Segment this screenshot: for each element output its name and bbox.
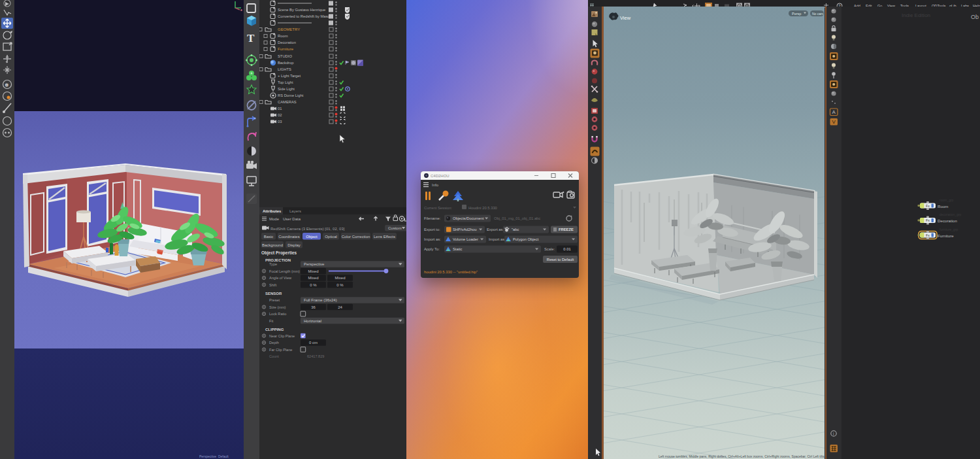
svg-text:Apply To:: Apply To: (424, 247, 440, 251)
svg-text:Reset to Default: Reset to Default (547, 258, 574, 262)
svg-text:V: V (832, 119, 836, 125)
svg-text:Mode: Mode (269, 217, 280, 221)
svg-text:0 cm: 0 cm (309, 341, 318, 345)
svg-text:Full Frame (36x24): Full Frame (36x24) (304, 298, 337, 302)
svg-text:decoration_grp: decoration_grp (939, 212, 962, 216)
svg-text:View: View (620, 15, 631, 21)
svg-text:0.01: 0.01 (563, 247, 570, 251)
svg-text:T: T (247, 32, 255, 44)
svg-text:Persp: Persp (792, 12, 801, 16)
svg-text:A: A (832, 109, 836, 115)
svg-text:01: 01 (278, 107, 282, 110)
svg-text:Room: Room (938, 204, 949, 209)
svg-text:CLIPPING: CLIPPING (265, 328, 284, 332)
svg-text:Objects/Document: Objects/Document (453, 216, 484, 220)
svg-text:Static: Static (453, 247, 463, 251)
svg-text:Converted to Redshift by Mason: Converted to Redshift by Mason (278, 14, 332, 18)
svg-text:Scale:: Scale: (544, 247, 555, 251)
svg-text:Lock Ratio: Lock Ratio (269, 312, 286, 316)
svg-text:Coordinates: Coordinates (278, 235, 299, 239)
svg-text:Side Light: Side Light (278, 87, 295, 91)
svg-text:Decoration: Decoration (278, 41, 296, 44)
svg-text:CAMERAS: CAMERAS (278, 100, 297, 104)
svg-text:Perspective: Perspective (304, 262, 325, 266)
svg-text:Far Clip Plane: Far Clip Plane (269, 348, 292, 352)
svg-text:0 %: 0 % (336, 283, 344, 287)
svg-text:+ Light Target: + Light Target (278, 74, 301, 78)
svg-text:Backdrop: Backdrop (278, 61, 294, 65)
svg-text:SENSOR: SENSOR (265, 292, 282, 296)
svg-text:Current Session:: Current Session: (424, 206, 453, 210)
svg-text:Mixed: Mixed (335, 276, 345, 280)
svg-text:Focal Length (mm): Focal Length (mm) (269, 269, 300, 273)
svg-text:C4D2HOU: C4D2HOU (431, 174, 449, 178)
svg-text:36: 36 (311, 305, 316, 309)
svg-text:RS Dome Light: RS Dome Light (278, 94, 304, 97)
svg-text:Furniture: Furniture (278, 47, 294, 51)
svg-text:Filename:: Filename: (424, 216, 441, 220)
svg-text:Export to:: Export to: (424, 228, 440, 231)
svg-text:Volume Loader: Volume Loader (453, 237, 478, 241)
svg-text:Left mouse tumbles, Middle pan: Left mouse tumbles, Middle pans, Right d… (659, 454, 825, 458)
svg-text:24: 24 (338, 305, 342, 309)
svg-text:Layers: Layers (289, 209, 301, 213)
svg-text:Angle of View: Angle of View (269, 276, 292, 280)
svg-text:Optical: Optical (325, 235, 337, 239)
svg-text:Count: Count (269, 354, 279, 358)
svg-text:Fx: Fx (926, 204, 930, 208)
svg-text:SHP/vAd2hou: SHP/vAd2hou (453, 228, 476, 231)
svg-text:0 %: 0 % (310, 283, 317, 287)
svg-text:Info: Info (432, 183, 439, 187)
svg-text:LIGHTS: LIGHTS (278, 67, 291, 71)
svg-text:No cam: No cam (812, 12, 823, 16)
svg-text:"abc: "abc (512, 228, 519, 231)
svg-text:RedShift Camera (3 Elements) [: RedShift Camera (3 Elements) [01, 02, 03… (270, 227, 345, 231)
svg-text:Scene By Gustavo Henrique: Scene By Gustavo Henrique (278, 8, 325, 12)
svg-text:Size (mm): Size (mm) (269, 305, 286, 309)
svg-text:houdini 20.5.330 -- "untitled.: houdini 20.5.330 -- "untitled.hip" (424, 270, 478, 274)
svg-text:Lens Effects: Lens Effects (374, 235, 395, 239)
svg-text:02: 02 (278, 113, 282, 117)
svg-text:Depth: Depth (269, 341, 279, 345)
svg-text:Object Properties: Object Properties (261, 250, 297, 256)
svg-text:Decoration: Decoration (938, 218, 957, 223)
svg-text:Houdini 20.5.330: Houdini 20.5.330 (468, 206, 497, 210)
svg-text:Preset: Preset (269, 298, 280, 302)
svg-text:Near Clip Plane: Near Clip Plane (269, 334, 295, 338)
svg-text:Attributes: Attributes (263, 209, 282, 213)
svg-text:Fit: Fit (269, 319, 274, 323)
svg-text:room_grp: room_grp (939, 198, 954, 202)
svg-text:Export as:: Export as: (487, 228, 504, 231)
svg-text:Polygon Object: Polygon Object (513, 237, 539, 241)
svg-text:Room: Room (278, 34, 288, 38)
svg-text:Horizontal: Horizontal (304, 319, 321, 323)
svg-text:User Data: User Data (283, 217, 301, 221)
svg-text:Import as:: Import as: (424, 237, 441, 241)
svg-text:Color Correction: Color Correction (342, 235, 370, 239)
svg-text:Background: Background (262, 243, 283, 247)
svg-text:Indie Edition: Indie Edition (902, 12, 930, 18)
svg-text:Object: Object (306, 235, 318, 239)
svg-text:Fx: Fx (926, 218, 930, 222)
svg-text:Furniture: Furniture (938, 233, 954, 238)
svg-text:Ob: Ob (971, 14, 979, 20)
svg-text:Display: Display (287, 243, 301, 247)
svg-text:Custom: Custom (388, 226, 402, 230)
svg-text:Type: Type (269, 262, 277, 266)
svg-text:PROJECTION: PROJECTION (265, 258, 291, 262)
svg-text:03: 03 (278, 120, 282, 124)
svg-text:Fx: Fx (926, 233, 930, 237)
svg-text:Shift: Shift (269, 283, 277, 287)
svg-text:furniture_grp: furniture_grp (939, 228, 958, 231)
svg-text:i: i (833, 432, 834, 436)
svg-text:62417.829: 62417.829 (307, 354, 324, 358)
svg-text:e: e (5, 82, 8, 88)
svg-text:FREEZE: FREEZE (559, 228, 574, 231)
svg-text:Top Light: Top Light (278, 80, 293, 84)
svg-text:Basic: Basic (264, 235, 274, 239)
svg-text:Mixed: Mixed (308, 269, 318, 273)
svg-text:Mixed: Mixed (308, 276, 318, 280)
svg-text:Import as:: Import as: (489, 237, 506, 241)
svg-text:GEOMETRY: GEOMETRY (278, 27, 300, 31)
svg-text:STUDIO: STUDIO (278, 54, 292, 58)
